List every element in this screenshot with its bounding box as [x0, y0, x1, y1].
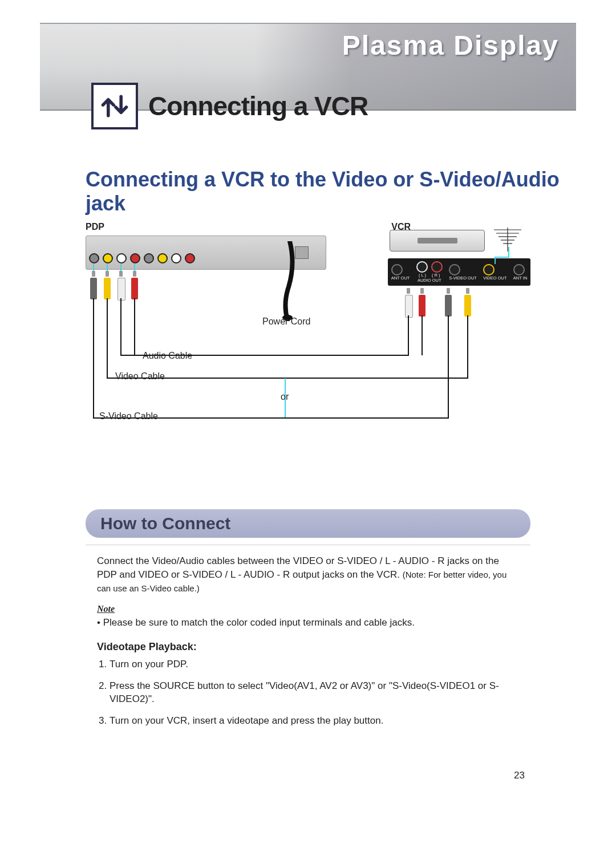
power-cord-graphic: [278, 241, 301, 321]
video-plug-pdp: [104, 271, 111, 299]
label-or: or: [281, 392, 289, 402]
label-pdp: PDP: [86, 222, 104, 232]
page-number: 23: [40, 770, 525, 781]
audio-l-plug-vcr: [405, 288, 412, 318]
audio-r-plug-pdp: [131, 271, 138, 299]
instruction-paragraph: Connect the Video/Audio cables between t…: [97, 554, 519, 595]
vcr-device: [390, 230, 485, 251]
vcr-ant-in: ANT IN: [513, 275, 527, 281]
page-title: Connecting a VCR: [148, 91, 368, 121]
playback-steps: Turn on your PDP. Press the SOURCE butto…: [97, 658, 519, 728]
vcr-rear-panel: ANT OUT ( L ) ( R ) AUDIO OUT S-VIDEO OU…: [388, 258, 530, 286]
how-to-connect-heading: How to Connect: [86, 509, 530, 538]
brand-text: Plasma Display: [342, 30, 559, 61]
playback-heading: Videotape Playback:: [97, 640, 519, 654]
header-banner: Plasma Display Connecting a VCR: [40, 23, 576, 111]
video-plug-vcr: [464, 288, 471, 317]
step-1: Turn on your PDP.: [110, 658, 519, 671]
label-audio-cable: Audio Cable: [143, 351, 192, 361]
section-icon: [91, 83, 138, 129]
section-title: Connecting a VCR to the Video or S-Video…: [40, 168, 576, 216]
arrows-icon: [99, 90, 131, 122]
audio-r-plug-vcr: [419, 288, 425, 317]
note-label: Note: [97, 603, 519, 615]
svideo-plug-pdp: [90, 271, 97, 299]
vcr-ant-out: ANT OUT: [391, 275, 410, 281]
step-3: Turn on your VCR, insert a videotape and…: [110, 714, 519, 728]
label-power-cord: Power Cord: [262, 317, 310, 327]
vcr-svideo-out: S-VIDEO OUT: [449, 275, 477, 281]
audio-l-plug-pdp: [117, 271, 124, 301]
label-svideo-cable: S-Video Cable: [99, 411, 158, 421]
label-video-cable: Video Cable: [115, 371, 165, 382]
antenna-icon: [491, 224, 525, 253]
svideo-plug-vcr: [445, 288, 452, 317]
vcr-video-out: VIDEO OUT: [483, 275, 506, 281]
instruction-body: Connect the Video/Audio cables between t…: [86, 545, 530, 741]
vcr-audio-out: AUDIO OUT: [416, 278, 443, 283]
step-2: Press the SOURCE button to select "Video…: [110, 679, 519, 707]
note-bullet: • Please be sure to match the color code…: [97, 616, 519, 630]
connection-diagram: PDP VCR: [86, 224, 530, 475]
